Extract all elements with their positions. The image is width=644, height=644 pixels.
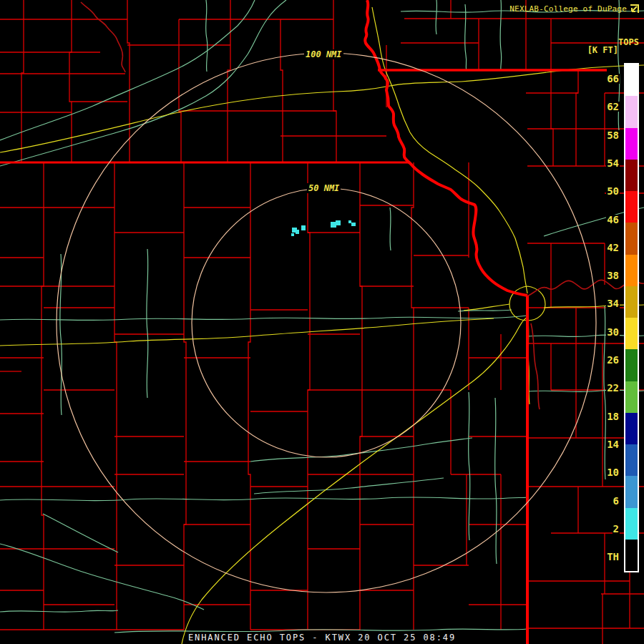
scale-tick-label: 54 <box>606 158 620 168</box>
scale-color-block <box>625 318 638 349</box>
scale-tick-label: 10 <box>606 467 620 477</box>
scale-title: TOPS <box>618 37 639 47</box>
scale-color-block <box>625 444 638 476</box>
scale-tick-label: 42 <box>606 243 620 253</box>
product-caption: ENHANCED ECHO TOPS - KTWX 20 OCT 25 08:4… <box>185 632 459 643</box>
scale-units: [K FT] <box>587 45 618 55</box>
scale-tick-label: 34 <box>606 298 620 308</box>
scale-color-block <box>625 160 638 191</box>
scale-tick-label: 26 <box>606 355 620 365</box>
cod-logo-icon <box>629 4 640 14</box>
radar-display: NEXLAB-College of DuPage TOPS [K FT] 666… <box>0 0 644 644</box>
scale-color-block <box>625 381 638 413</box>
scale-color-block <box>625 349 638 381</box>
scale-tick-label: 18 <box>606 411 620 421</box>
scale-color-block <box>625 223 638 254</box>
radar-map <box>0 0 644 644</box>
site-title: NEXLAB-College of DuPage <box>509 4 627 14</box>
range-ring-label-50nmi: 50 NMI <box>307 183 341 193</box>
rivers-layer <box>0 0 644 633</box>
scale-tick-label: 46 <box>606 215 620 225</box>
scale-tick-label: 50 <box>606 186 620 196</box>
scale-color-block <box>625 255 638 286</box>
radar-echo <box>336 220 341 225</box>
scale-color-block <box>625 64 638 96</box>
scale-tick-label: 2 <box>613 524 620 534</box>
scale-tick-label: TH <box>606 552 620 562</box>
radar-echo <box>301 225 306 230</box>
range-ring-50nmi <box>192 188 461 457</box>
scale-tick-label: 22 <box>606 383 620 393</box>
radar-echo <box>291 233 294 236</box>
color-scale-bar <box>624 63 639 572</box>
range-ring-label-100nmi: 100 NMI <box>304 49 343 59</box>
scale-tick-label: 30 <box>606 327 620 337</box>
scale-tick-label: 66 <box>606 74 620 84</box>
radar-echo <box>296 230 299 234</box>
scale-tick-label: 62 <box>606 102 620 112</box>
scale-color-block <box>625 413 638 444</box>
scale-tick-label: 38 <box>606 270 620 280</box>
state-borders-layer <box>0 0 607 644</box>
scale-color-block <box>625 191 638 223</box>
radar-echo <box>351 223 356 226</box>
scale-tick-label: 58 <box>606 130 620 140</box>
scale-tick-label: 6 <box>613 496 620 506</box>
scale-color-block <box>625 508 638 540</box>
range-rings-layer <box>57 53 596 592</box>
scale-color-block <box>625 128 638 160</box>
missouri-river-border <box>365 0 527 296</box>
scale-color-block <box>625 476 638 507</box>
scale-color-block <box>625 540 638 571</box>
scale-color-block <box>625 286 638 318</box>
county-boundaries-layer <box>0 0 644 644</box>
range-ring-100nmi <box>57 53 596 592</box>
scale-tick-label: 14 <box>606 439 620 449</box>
scale-color-block <box>625 96 638 127</box>
